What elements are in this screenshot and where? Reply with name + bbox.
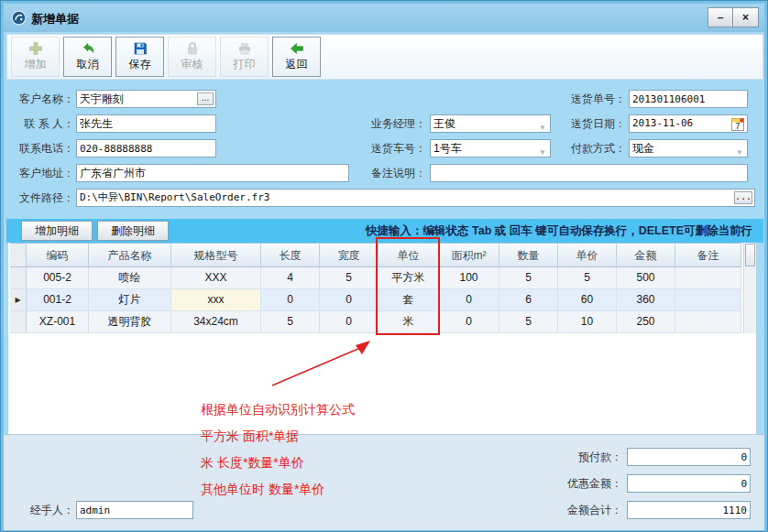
cancel-button[interactable]: 取消 [63,37,112,77]
cell-qty[interactable]: 5 [499,311,558,333]
detail-grid-panel: 编码 产品名称 规格型号 长度 宽度 单位 面积m² 数量 单价 金额 备注 0… [8,243,756,434]
calendar-icon[interactable]: 7 [731,118,744,131]
cell-product[interactable]: 灯片 [89,289,171,311]
column-header: 产品名称 [89,243,171,267]
cell-spec[interactable]: 34x24cm [171,311,261,333]
contact-field[interactable] [76,114,216,133]
address-field[interactable] [76,164,349,182]
order-no-field[interactable] [629,90,748,108]
cell-product[interactable]: 透明背胶 [89,311,171,333]
save-button-label: 保存 [129,57,151,72]
column-header-unit: 单位 [379,243,439,267]
cell-code[interactable]: 001-2 [27,289,89,311]
undo-icon [80,41,96,56]
scrollbar-thumb[interactable] [745,244,755,266]
calendar-day: 7 [736,123,741,131]
add-detail-button[interactable]: 增加明细 [21,221,93,241]
cell-price[interactable]: 10 [558,311,617,333]
phone-label: 联系电话： [10,139,74,157]
column-header: 单价 [558,243,617,267]
payment-label: 付款方式： [562,139,626,157]
cell-length[interactable]: 0 [261,289,320,311]
cell-width[interactable]: 5 [320,267,379,289]
column-header: 规格型号 [171,243,261,267]
handler-field[interactable] [76,501,193,519]
return-button-label: 返回 [286,57,308,72]
printer-icon [236,41,253,56]
cell-product[interactable]: 喷绘 [89,267,171,289]
row-selector[interactable] [10,267,27,289]
audit-button: 审核 [168,37,216,77]
cell-code[interactable]: XZ-001 [27,311,89,333]
titlebar: 新增单据 – × [4,4,764,32]
manager-select[interactable]: 王俊 ▼ [430,114,551,133]
discount-field[interactable] [627,474,751,493]
manager-label: 业务经理： [366,114,426,133]
cell-unit[interactable]: 套 [379,289,439,311]
remark-field[interactable] [430,164,748,182]
cell-amount[interactable]: 500 [617,267,675,289]
contact-label: 联 系 人： [10,114,74,133]
cell-width[interactable]: 0 [320,311,379,333]
plus-icon [27,41,44,56]
cell-amount[interactable]: 250 [617,311,675,333]
add-button: 增加 [11,37,60,77]
grid-scrollbar[interactable] [743,243,756,333]
cell-note[interactable] [675,267,741,289]
truck-select[interactable]: 1号车 ▼ [430,139,551,157]
customer-browse-button[interactable]: ... [197,92,214,105]
minimize-button[interactable]: – [708,8,733,27]
customer-name-field[interactable]: 天宇雕刻 ... [76,90,216,108]
order-no-label: 送货单号： [562,90,626,108]
column-header: 面积m² [439,243,499,267]
row-selector-header [10,243,27,267]
toolbar: 增加 取消 保存 审核 [6,34,763,80]
handler-label: 经手人： [21,501,74,519]
row-selector[interactable] [10,311,27,333]
truck-label: 送货车号： [366,139,426,157]
cell-note[interactable] [675,289,741,311]
cell-note[interactable] [675,311,741,333]
total-field[interactable] [627,501,751,519]
chevron-down-icon: ▼ [539,145,546,161]
column-header: 备注 [675,243,741,267]
cell-unit[interactable]: 米 [379,311,439,333]
delete-detail-button[interactable]: 删除明细 [97,221,169,241]
save-button[interactable]: 保存 [115,37,164,77]
file-path-browse-button[interactable]: ... [734,191,752,204]
current-row-marker[interactable]: ▶ [10,289,27,311]
cell-area[interactable]: 100 [439,267,499,289]
cell-qty[interactable]: 5 [499,267,558,289]
file-path-label: 文件路径： [10,189,74,207]
cell-length[interactable]: 4 [261,267,320,289]
audit-button-label: 审核 [181,57,203,72]
date-field[interactable]: 2013-11-06 7 [629,114,748,133]
cell-area[interactable]: 0 [439,289,499,311]
cell-price[interactable]: 5 [558,267,617,289]
return-button[interactable]: 返回 [272,37,321,77]
cell-width[interactable]: 0 [320,289,379,311]
cell-area[interactable]: 0 [439,311,499,333]
prepaid-field[interactable] [627,448,751,466]
cell-unit[interactable]: 平方米 [379,267,439,289]
print-button: 打印 [220,37,269,77]
column-header: 长度 [261,243,320,267]
close-button[interactable]: × [733,8,758,27]
cancel-button-label: 取消 [77,57,99,72]
column-header: 金额 [617,243,675,267]
detail-toolbar: 增加明细 删除明细 快捷输入：编辑状态 Tab 或 回车 键可自动保存换行，DE… [6,219,763,243]
file-path-field[interactable]: D:\中异\BIN\Report\SaleOrder.fr3 ... [76,189,755,207]
app-icon [11,10,27,26]
cell-length[interactable]: 5 [261,311,320,333]
cell-spec[interactable]: XXX [171,267,261,289]
payment-select[interactable]: 现金 ▼ [629,139,748,157]
cell-code[interactable]: 005-2 [27,267,89,289]
add-button-label: 增加 [25,57,47,72]
cell-qty[interactable]: 6 [499,289,558,311]
cell-spec-editing[interactable]: xxx [171,289,261,311]
discount-label: 优惠金额： [551,474,622,493]
phone-field[interactable] [76,139,216,157]
cell-amount[interactable]: 360 [617,289,675,311]
chevron-down-icon: ▼ [736,145,743,161]
cell-price[interactable]: 60 [558,289,617,311]
